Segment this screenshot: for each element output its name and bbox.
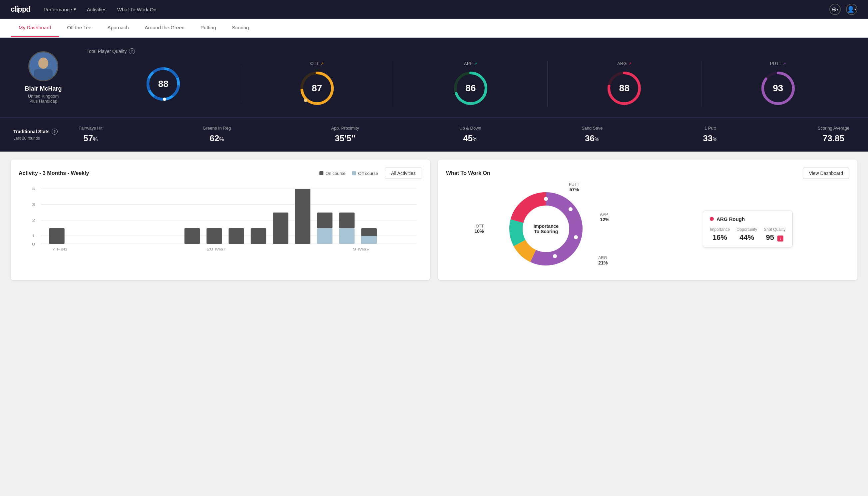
on-course-dot [319,171,323,175]
bottom-panels: Activity - 3 Months - Weekly On course O… [0,152,868,288]
donut-label-putt: OTT 10% [474,224,484,234]
what-to-work-on-panel: What To Work On View Dashboard [438,159,857,280]
svg-point-1 [38,58,48,69]
stat-sand: Sand Save 36% [576,126,608,143]
svg-point-49 [544,197,548,201]
activity-chart: 4 3 2 1 0 [19,186,422,252]
tab-around-the-green[interactable]: Around the Green [137,19,192,37]
svg-text:2: 2 [32,218,35,222]
stat-fairways: Fairways Hit 57% [73,126,108,143]
stats-title: Traditional Stats ? [13,128,73,135]
activity-panel-header: Activity - 3 Months - Weekly On course O… [19,168,422,179]
chart-svg: 4 3 2 1 0 [19,186,422,252]
logo: clippd [11,5,30,14]
stat-items: Fairways Hit 57% Greens In Reg 62% App. … [73,126,855,143]
activity-legend: On course Off course All Activities [319,168,422,179]
arg-score: 88 [619,83,630,94]
quality-section: Total Player Quality ? 88 [86,48,855,107]
stat-proximity: App. Proximity 35'5" [326,126,364,143]
info-importance: Importance 16% [710,227,730,242]
ott-label: OTT ↗ [311,61,324,66]
putt-score: 93 [773,83,783,94]
quality-putt: PUTT ↗ 93 [701,61,855,107]
hero-section: Blair McHarg United Kingdom Plus Handica… [0,37,868,117]
info-card: ARG Rough Importance 16% Opportunity 44%… [703,211,792,248]
quality-total: 88 [86,66,240,102]
svg-point-51 [574,235,578,239]
sand-value: 36% [582,133,603,143]
stats-help-icon[interactable]: ? [52,128,58,135]
user-icon: 👤 [847,6,854,13]
svg-text:1: 1 [32,234,35,238]
quality-app: APP ↗ 86 [394,61,548,107]
svg-text:28 Mar: 28 Mar [206,247,225,251]
info-metrics: Importance 16% Opportunity 44% Shot Qual… [710,227,785,242]
donut-area: Importance To Scoring PUTT 57% APP 12% A… [446,186,849,272]
nav-activities[interactable]: Activities [87,7,107,12]
info-opportunity: Opportunity 44% [737,227,757,242]
player-info: Blair McHarg United Kingdom Plus Handica… [13,51,73,104]
ott-circle: 87 [299,70,335,107]
svg-rect-36 [339,213,354,228]
tab-off-the-tee[interactable]: Off the Tee [59,19,99,37]
svg-point-52 [553,254,557,258]
svg-text:3: 3 [32,203,35,206]
svg-rect-29 [206,228,222,244]
svg-rect-39 [361,236,377,244]
arg-label: ARG ↗ [617,61,631,66]
top-nav: clippd Performance ▾ Activities What To … [0,0,868,19]
stat-1putt: 1 Putt 33% [698,126,723,143]
legend-on-course: On course [319,171,345,176]
tab-approach[interactable]: Approach [99,19,137,37]
logo-text: clippd [11,5,30,13]
quality-ott: OTT ↗ 87 [240,61,394,107]
tab-scoring[interactable]: Scoring [224,19,257,37]
svg-rect-37 [339,228,354,244]
tab-my-dashboard[interactable]: My Dashboard [11,19,59,37]
stat-up-down: Up & Down 45% [454,126,487,143]
add-button[interactable]: ⊕ ▾ [830,4,841,15]
stat-gir: Greens In Reg 62% [198,126,236,143]
quality-arg: ARG ↗ 88 [548,61,701,107]
oneputt-value: 33% [703,133,717,143]
player-name: Blair McHarg [25,85,62,92]
legend-off-course: Off course [352,171,378,176]
total-score: 88 [158,79,169,89]
chevron-icon: ▾ [837,7,839,12]
arg-dot-icon [710,217,714,221]
svg-rect-28 [185,228,200,244]
updown-value: 45% [459,133,481,143]
app-score: 86 [465,83,476,94]
off-course-dot [352,171,356,175]
activity-panel: Activity - 3 Months - Weekly On course O… [11,159,430,280]
view-dashboard-button[interactable]: View Dashboard [803,168,849,179]
quality-title: Total Player Quality ? [86,48,855,54]
info-card-title: ARG Rough [710,216,785,222]
app-arrow-icon: ↗ [474,61,477,66]
svg-rect-34 [317,213,332,228]
user-menu-button[interactable]: 👤 ▾ [846,4,857,15]
nav-right: ⊕ ▾ 👤 ▾ [830,4,857,15]
quality-circles: 88 OTT ↗ 87 [86,61,855,107]
arg-arrow-icon: ↗ [628,61,632,66]
what-to-work-on-header: What To Work On View Dashboard [446,168,849,179]
donut-label-app: APP 12% [600,212,609,222]
nav-performance[interactable]: Performance ▾ [44,6,76,12]
help-icon[interactable]: ? [129,48,135,54]
chevron-down-icon: ▾ [74,6,76,12]
svg-rect-35 [317,228,332,244]
donut-label-ott: PUTT 57% [569,182,579,192]
ott-arrow-icon: ↗ [320,61,324,66]
tab-putting[interactable]: Putting [192,19,224,37]
donut-center: Importance To Scoring [534,223,558,234]
all-activities-button[interactable]: All Activities [385,168,422,179]
avatar [28,51,58,81]
svg-text:9 May: 9 May [353,247,370,251]
nav-what-to-work-on[interactable]: What To Work On [117,7,157,12]
nav-links: Performance ▾ Activities What To Work On [44,6,157,12]
shot-quality-value: 95 ↓ [764,233,785,242]
svg-rect-27 [49,228,64,244]
svg-rect-2 [34,69,53,81]
arg-circle: 88 [606,70,643,107]
svg-point-50 [569,207,572,211]
